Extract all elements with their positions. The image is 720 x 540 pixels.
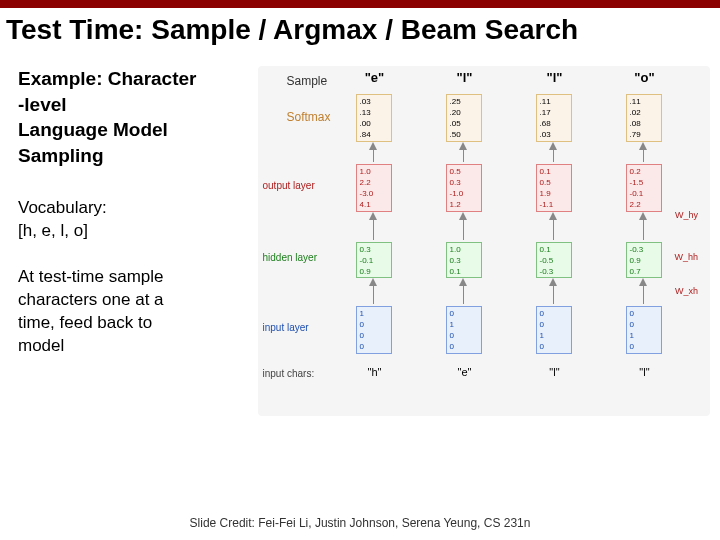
- up-arrow-icon: [639, 212, 647, 220]
- softmax-box: .11 .17 .68 .03: [536, 94, 572, 142]
- cell: 1: [629, 330, 659, 341]
- up-arrow-icon: [369, 212, 377, 220]
- cell: .08: [629, 118, 659, 129]
- softmax-box: .03 .13 .00 .84: [356, 94, 392, 142]
- cell: .20: [449, 107, 479, 118]
- up-arrow-icon: [639, 142, 647, 150]
- left-block-2: Vocabulary: [h, e, l, o]: [18, 197, 258, 243]
- hidden-box: 0.3 -0.1 0.9: [356, 242, 392, 278]
- cell: 1.9: [539, 188, 569, 199]
- left-column: Example: Character -level Language Model…: [18, 66, 258, 416]
- cell: 0.5: [539, 177, 569, 188]
- cell: 1: [359, 308, 389, 319]
- cell: -0.5: [539, 255, 569, 266]
- weight-label-why: W_hy: [675, 210, 698, 220]
- input-box: 0 0 1 0: [536, 306, 572, 354]
- cell: .03: [539, 129, 569, 140]
- up-arrow-icon: [549, 212, 557, 220]
- top-bar: [0, 0, 720, 8]
- cell: 1: [539, 330, 569, 341]
- cell: 0: [539, 308, 569, 319]
- cell: 2.2: [629, 199, 659, 210]
- left-block-3: At test-time sample characters one at a …: [18, 266, 258, 358]
- sampled-char: "l": [534, 70, 574, 85]
- cell: .13: [359, 107, 389, 118]
- up-arrow-icon: [369, 278, 377, 286]
- cell: 0: [539, 341, 569, 352]
- cell: 0.1: [449, 266, 479, 277]
- slide-title: Test Time: Sample / Argmax / Beam Search: [0, 8, 720, 46]
- cell: 4.1: [359, 199, 389, 210]
- weight-label-wxh: W_xh: [675, 286, 698, 296]
- cell: -3.0: [359, 188, 389, 199]
- cell: 0.7: [629, 266, 659, 277]
- text-line: At test-time sample: [18, 266, 258, 289]
- up-arrow-icon: [459, 142, 467, 150]
- main-area: Example: Character -level Language Model…: [0, 46, 720, 416]
- up-arrow-icon: [459, 278, 467, 286]
- cell: -0.3: [629, 244, 659, 255]
- cell: .00: [359, 118, 389, 129]
- cell: 0: [359, 319, 389, 330]
- hidden-box: 1.0 0.3 0.1: [446, 242, 482, 278]
- up-arrow-icon: [549, 278, 557, 286]
- sampled-char: "e": [354, 70, 394, 85]
- weight-label-whh: W_hh: [674, 252, 698, 262]
- text-line: Vocabulary:: [18, 197, 258, 220]
- cell: 0.1: [539, 244, 569, 255]
- cell: 0.2: [629, 166, 659, 177]
- cell: 0: [629, 341, 659, 352]
- cell: 0: [539, 319, 569, 330]
- text-line: Example: Character: [18, 66, 258, 92]
- input-char: "h": [354, 366, 394, 378]
- input-box: 0 0 1 0: [626, 306, 662, 354]
- output-box: 0.5 0.3 -1.0 1.2: [446, 164, 482, 212]
- output-box: 0.1 0.5 1.9 -1.1: [536, 164, 572, 212]
- text-line: [h, e, l, o]: [18, 220, 258, 243]
- text-line: -level: [18, 92, 258, 118]
- cell: 0: [359, 330, 389, 341]
- input-char: "e": [444, 366, 484, 378]
- input-layer-label: input layer: [262, 322, 308, 333]
- cell: 0: [449, 341, 479, 352]
- sampled-char: "o": [624, 70, 664, 85]
- sample-label: Sample: [286, 74, 327, 88]
- up-arrow-icon: [369, 142, 377, 150]
- cell: -0.1: [359, 255, 389, 266]
- cell: 0.3: [449, 177, 479, 188]
- cell: 0.5: [449, 166, 479, 177]
- sampled-char: "l": [444, 70, 484, 85]
- cell: .79: [629, 129, 659, 140]
- softmax-box: .25 .20 .05 .50: [446, 94, 482, 142]
- input-chars-label: input chars:: [262, 368, 314, 379]
- cell: 0: [449, 308, 479, 319]
- cell: 0: [449, 330, 479, 341]
- cell: .03: [359, 96, 389, 107]
- cell: -1.0: [449, 188, 479, 199]
- hidden-layer-label: hidden layer: [262, 252, 316, 263]
- output-box: 1.0 2.2 -3.0 4.1: [356, 164, 392, 212]
- rnn-diagram: Sample Softmax output layer hidden layer…: [258, 66, 710, 416]
- cell: 0: [629, 308, 659, 319]
- cell: -0.1: [629, 188, 659, 199]
- left-block-1: Example: Character -level Language Model…: [18, 66, 258, 169]
- cell: .05: [449, 118, 479, 129]
- cell: .84: [359, 129, 389, 140]
- softmax-label: Softmax: [286, 110, 330, 124]
- cell: -1.1: [539, 199, 569, 210]
- cell: -0.3: [539, 266, 569, 277]
- input-box: 1 0 0 0: [356, 306, 392, 354]
- cell: 0.3: [359, 244, 389, 255]
- cell: -1.5: [629, 177, 659, 188]
- up-arrow-icon: [459, 212, 467, 220]
- softmax-box: .11 .02 .08 .79: [626, 94, 662, 142]
- text-line: time, feed back to: [18, 312, 258, 335]
- cell: 1.2: [449, 199, 479, 210]
- slide-credit: Slide Credit: Fei-Fei Li, Justin Johnson…: [0, 516, 720, 530]
- text-line: model: [18, 335, 258, 358]
- cell: 0.3: [449, 255, 479, 266]
- up-arrow-icon: [639, 278, 647, 286]
- hidden-box: -0.3 0.9 0.7: [626, 242, 662, 278]
- cell: 1.0: [359, 166, 389, 177]
- hidden-box: 0.1 -0.5 -0.3: [536, 242, 572, 278]
